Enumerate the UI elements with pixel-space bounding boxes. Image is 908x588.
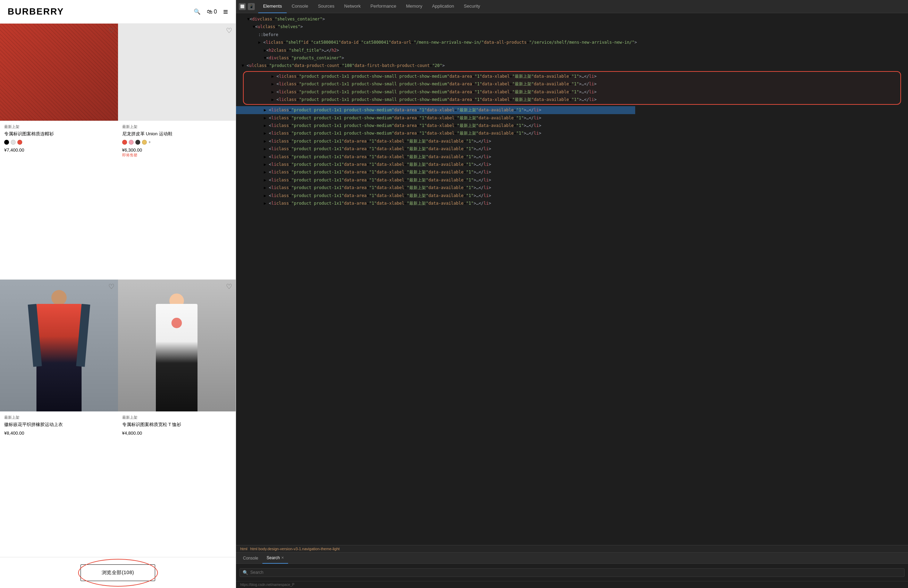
devtools-html-content[interactable]: ▼ <div class="shelves_container"> ▼ <ul … — [236, 13, 908, 545]
tab-elements[interactable]: Elements — [258, 0, 287, 13]
breadcrumb-bar: html html body.design-version-v3-1.navig… — [236, 545, 908, 553]
html-line[interactable]: ▶ <li class="product product-1x1" data-a… — [236, 176, 635, 184]
color-swatch[interactable] — [129, 140, 134, 145]
html-line[interactable]: ▶ <li class="product product-1x1 product… — [244, 80, 643, 88]
menu-icon[interactable]: ≡ — [223, 7, 228, 17]
html-line[interactable]: ▶ <li class="product product-1x1" data-a… — [236, 199, 635, 207]
product-label-1: 最新上架 — [4, 124, 114, 129]
console-tabs-bar: Console Search ✕ — [236, 553, 908, 564]
color-swatch[interactable] — [135, 140, 140, 145]
color-swatch[interactable] — [4, 140, 9, 145]
more-colors: + — [148, 140, 151, 145]
tab-console[interactable]: Console — [287, 0, 313, 13]
brand-logo: BURBERRY — [8, 6, 64, 17]
search-input[interactable] — [250, 570, 902, 575]
html-line[interactable]: ▶ <li class="product product-1x1 product… — [244, 96, 643, 103]
browse-all-button[interactable]: 浏览全部(108) — [80, 564, 155, 581]
tab-search[interactable]: Search ✕ — [262, 553, 288, 564]
favorite-button-1[interactable]: ♡ — [108, 26, 114, 35]
html-line[interactable]: ▶ <h2 class="shelf_title">…</h2> — [236, 47, 908, 54]
navbar: BURBERRY 🔍 🛍 0 ≡ — [0, 0, 236, 24]
devtools-inspect-icon[interactable]: ⬜ — [239, 3, 246, 10]
html-line[interactable]: ▼ <div class="shelves_container"> — [236, 15, 908, 23]
product-price-4: ¥4,800.00 — [122, 431, 232, 436]
store-panel: BURBERRY 🔍 🛍 0 ≡ ♡ 最新上架 专属标识图案棉质连帽衫 — [0, 0, 236, 588]
browse-all-section: 浏览全部(108) — [0, 557, 236, 588]
html-line[interactable]: ▶ <li class="product product-1x1 product… — [236, 129, 635, 137]
products-grid: ♡ 最新上架 专属标识图案棉质连帽衫 ¥7,400.00 ♡ 最新上架 — [0, 24, 236, 557]
html-line[interactable]: ▶ <li class="product product-1x1 product… — [236, 114, 635, 122]
tab-performance[interactable]: Performance — [365, 0, 401, 13]
breadcrumb-html[interactable]: html — [240, 547, 248, 551]
product-image-1: ♡ — [0, 24, 118, 121]
devtools-device-icon[interactable]: 📱 — [248, 3, 255, 10]
html-line[interactable]: ▶ <li class="product product-1x1" data-a… — [236, 161, 635, 168]
color-swatch[interactable] — [11, 140, 16, 145]
breadcrumb-body[interactable]: html body.design-version-v3-1.navigation… — [250, 547, 340, 551]
html-line[interactable]: ▶ <li class="product product-1x1 product… — [244, 72, 643, 80]
search-input-wrap: 🔍 — [240, 568, 905, 577]
product-info-4: 最新上架 专属标识图案棉质宽松 T 恤衫 ¥4,800.00 — [118, 411, 236, 440]
devtools-bottom: html html body.design-version-v3-1.navig… — [236, 545, 908, 588]
product-label-3: 最新上架 — [4, 415, 114, 420]
cart-icon[interactable]: 🛍 0 — [207, 9, 217, 15]
product-image-4: ♡ — [118, 280, 236, 411]
product-price-2: ¥6,300.00 — [122, 148, 232, 153]
product-price-1: ¥7,400.00 — [4, 148, 114, 153]
product-image-visual — [118, 24, 236, 121]
favorite-button-3[interactable]: ♡ — [108, 283, 114, 291]
product-name-4: 专属标识图案棉质宽松 T 恤衫 — [122, 421, 232, 428]
product-price-3: ¥8,400.00 — [4, 431, 114, 436]
url-bar: https://blog.csdn.net/namespace_P — [236, 581, 908, 588]
nav-icons: 🔍 🛍 0 ≡ — [194, 7, 228, 17]
product-name-3: 徽标嵌花平织拼橡胶运动上衣 — [4, 421, 114, 428]
close-search-tab-icon[interactable]: ✕ — [281, 556, 284, 559]
url-text: https://blog.csdn.net/namespace_P — [240, 583, 294, 586]
product-info-2: 最新上架 尼龙拼皮革 Union 运动鞋 + ¥6,300.00 即将售罄 — [118, 121, 236, 162]
html-line[interactable]: ▶ <li class="product product-1x1" data-a… — [236, 137, 635, 145]
html-line[interactable]: ▼ <ul class="products" data-product-coun… — [236, 62, 652, 69]
product-info-3: 最新上架 徽标嵌花平织拼橡胶运动上衣 ¥8,400.00 — [0, 411, 118, 440]
product-card: ♡ 最新上架 徽标嵌花平织拼橡胶运动上衣 ¥8,400.00 — [0, 280, 118, 557]
tab-console-bottom[interactable]: Console — [239, 553, 262, 564]
tab-network[interactable]: Network — [340, 0, 366, 13]
tab-memory[interactable]: Memory — [401, 0, 427, 13]
favorite-button-4[interactable]: ♡ — [226, 283, 232, 291]
html-line[interactable]: ▶ <li class="product product-1x1" data-a… — [236, 192, 635, 199]
html-line-selected[interactable]: ▶ <li class="product product-1x1 product… — [236, 106, 635, 114]
tab-security[interactable]: Security — [459, 0, 485, 13]
product-name-1: 专属标识图案棉质连帽衫 — [4, 131, 114, 137]
color-swatch[interactable] — [17, 140, 22, 145]
product-name-2: 尼龙拼皮革 Union 运动鞋 — [122, 131, 232, 137]
favorite-button-2[interactable]: ♡ — [226, 26, 232, 35]
html-line[interactable]: ▼ <div class="products_container"> — [236, 54, 908, 62]
product-label-2: 最新上架 — [122, 124, 232, 129]
html-line[interactable]: ▶ <li class="product product-1x1" data-a… — [236, 168, 635, 176]
color-swatches-2: + — [122, 140, 232, 145]
product-card: ♡ 最新上架 尼龙拼皮革 Union 运动鞋 + ¥6,300.00 即将售罄 — [118, 24, 236, 280]
html-line[interactable]: ▶ <li class="product product-1x1 product… — [236, 122, 635, 129]
html-line[interactable]: ▼ <ul class="shelves"> — [236, 23, 908, 31]
color-swatch[interactable] — [142, 140, 147, 145]
tab-sources[interactable]: Sources — [313, 0, 340, 13]
product-card: ♡ 最新上架 专属标识图案棉质连帽衫 ¥7,400.00 — [0, 24, 118, 280]
html-line[interactable]: ▶ <li class="product product-1x1 product… — [244, 88, 643, 96]
tab-application[interactable]: Application — [427, 0, 459, 13]
html-line[interactable]: ::before — [236, 31, 908, 39]
product-label-4: 最新上架 — [122, 415, 232, 420]
devtools-tabs-bar: ⬜ 📱 Elements Console Sources Network Per… — [236, 0, 908, 13]
search-bar: 🔍 — [236, 564, 908, 581]
search-icon[interactable]: 🔍 — [194, 8, 201, 15]
product-image-visual — [0, 24, 118, 121]
product-image-2: ♡ — [118, 24, 236, 121]
highlighted-circle-group: ▶ <li class="product product-1x1 product… — [243, 71, 901, 105]
html-line[interactable]: ▶ <li class="product product-1x1" data-a… — [236, 145, 635, 153]
color-swatch[interactable] — [122, 140, 127, 145]
html-line[interactable]: ▶ <li class="product product-1x1" data-a… — [236, 184, 635, 191]
html-line[interactable]: ▶ <li class="product product-1x1" data-a… — [236, 153, 635, 161]
html-line[interactable]: ▶ <li class="shelf" id="cat5800041" data… — [236, 39, 652, 46]
product-card: ♡ 最新上架 专属标识图案棉质宽松 T 恤衫 ¥4,800.00 — [118, 280, 236, 557]
color-swatches-1 — [4, 140, 114, 145]
product-info-1: 最新上架 专属标识图案棉质连帽衫 ¥7,400.00 — [0, 121, 118, 157]
search-icon-small: 🔍 — [243, 570, 248, 575]
